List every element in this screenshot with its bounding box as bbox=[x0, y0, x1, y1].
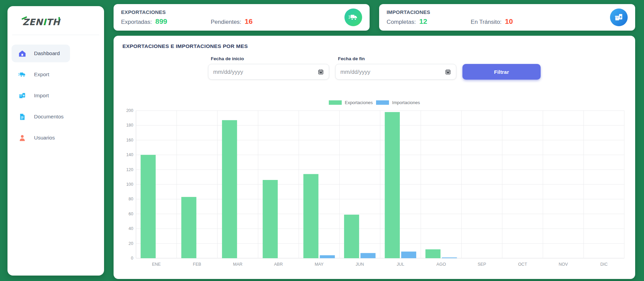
start-date-field: Fecha de inicio mm/dd/yyyy bbox=[208, 56, 329, 80]
user-icon bbox=[18, 134, 26, 142]
end-date-label: Fecha de fin bbox=[338, 56, 456, 61]
svg-text:JUL: JUL bbox=[397, 262, 404, 267]
stat-value: 899 bbox=[155, 17, 167, 26]
svg-text:MAR: MAR bbox=[233, 262, 242, 267]
svg-text:180: 180 bbox=[126, 123, 133, 128]
card-title: EXPORTACIONES bbox=[121, 9, 344, 15]
svg-text:60: 60 bbox=[129, 212, 133, 216]
sidebar: ZENITH Dashboard Export Import bbox=[7, 6, 104, 276]
logo-letter: Z bbox=[22, 17, 29, 27]
stat-value: 10 bbox=[505, 17, 513, 26]
document-icon bbox=[18, 113, 26, 121]
svg-text:200: 200 bbox=[126, 108, 133, 113]
panel-title: EXPORTACIONES E IMPORTACIONES POR MES bbox=[122, 43, 626, 49]
importaciones-card: IMPORTACIONES Completas: 12 En Tránsito:… bbox=[379, 4, 635, 31]
import-box-icon bbox=[610, 9, 628, 26]
sidebar-item-usuarios[interactable]: Usuarios bbox=[12, 129, 70, 147]
calendar-icon[interactable] bbox=[445, 69, 451, 75]
logo-letter: H bbox=[52, 17, 60, 27]
main-content: EXPORTACIONES Exportadas: 899 Pendientes… bbox=[114, 4, 635, 279]
start-date-label: Fecha de inicio bbox=[211, 56, 329, 61]
stat-cards-row: EXPORTACIONES Exportadas: 899 Pendientes… bbox=[114, 4, 635, 31]
svg-text:120: 120 bbox=[126, 167, 133, 172]
logo: ZENITH bbox=[7, 6, 104, 35]
truck-icon bbox=[18, 71, 26, 79]
svg-text:MAY: MAY bbox=[315, 262, 324, 267]
stat-value: 16 bbox=[245, 17, 253, 26]
date-placeholder: mm/dd/yyyy bbox=[213, 69, 318, 75]
svg-text:DIC: DIC bbox=[600, 262, 608, 267]
end-date-input[interactable]: mm/dd/yyyy bbox=[335, 64, 456, 80]
sidebar-item-label: Dashboard bbox=[34, 50, 60, 56]
svg-text:140: 140 bbox=[126, 152, 133, 157]
sidebar-item-label: Export bbox=[34, 71, 49, 78]
sidebar-item-dashboard[interactable]: Dashboard bbox=[12, 45, 70, 62]
import-box-icon bbox=[18, 92, 26, 100]
svg-text:80: 80 bbox=[129, 197, 133, 201]
filtrar-button[interactable]: Filtrar bbox=[462, 64, 541, 80]
card-title: IMPORTACIONES bbox=[387, 9, 610, 15]
logo-letter: EN bbox=[29, 17, 43, 27]
svg-text:100: 100 bbox=[126, 182, 133, 187]
app-root: ZENITH Dashboard Export Import bbox=[0, 0, 644, 279]
svg-text:OCT: OCT bbox=[518, 262, 527, 267]
calendar-icon[interactable] bbox=[318, 69, 324, 75]
legend-swatch bbox=[376, 100, 389, 105]
legend-item[interactable]: Exportaciones bbox=[329, 100, 373, 105]
end-date-field: Fecha de fin mm/dd/yyyy bbox=[335, 56, 456, 80]
stat-value: 12 bbox=[419, 17, 427, 26]
truck-fast-icon bbox=[344, 9, 362, 26]
bar-chart: 020406080100120140160180200ENEFEBMARABRM… bbox=[122, 108, 626, 268]
chart-panel: EXPORTACIONES E IMPORTACIONES POR MES Fe… bbox=[114, 36, 635, 279]
legend-label: Importaciones bbox=[392, 100, 420, 105]
date-placeholder: mm/dd/yyyy bbox=[340, 69, 445, 75]
stat-completas: Completas: 12 bbox=[387, 17, 427, 26]
sidebar-nav: Dashboard Export Import Documentos bbox=[7, 35, 104, 147]
sidebar-item-label: Import bbox=[34, 93, 49, 99]
svg-text:40: 40 bbox=[129, 226, 133, 231]
svg-text:SEP: SEP bbox=[478, 262, 486, 267]
svg-text:JUN: JUN bbox=[356, 262, 364, 267]
svg-text:FEB: FEB bbox=[193, 262, 201, 267]
svg-text:ABR: ABR bbox=[274, 262, 283, 267]
start-date-input[interactable]: mm/dd/yyyy bbox=[208, 64, 329, 80]
stat-pendientes: Pendientes: 16 bbox=[211, 17, 253, 26]
home-icon bbox=[18, 50, 26, 57]
logo-letter: T bbox=[46, 17, 52, 27]
sidebar-item-label: Documentos bbox=[34, 114, 64, 120]
legend-label: Exportaciones bbox=[345, 100, 373, 105]
legend-swatch bbox=[329, 100, 342, 105]
svg-text:ENE: ENE bbox=[152, 262, 161, 267]
sidebar-item-label: Usuarios bbox=[34, 135, 55, 141]
exportaciones-card: EXPORTACIONES Exportadas: 899 Pendientes… bbox=[114, 4, 370, 31]
logo-letter: I bbox=[43, 17, 46, 27]
legend-item[interactable]: Importaciones bbox=[376, 100, 420, 105]
stat-en-transito: En Tránsito: 10 bbox=[471, 17, 513, 26]
chart-legend: ExportacionesImportaciones bbox=[122, 100, 626, 105]
sidebar-item-documentos[interactable]: Documentos bbox=[12, 108, 70, 126]
filters-row: Fecha de inicio mm/dd/yyyy Fecha de fin … bbox=[122, 56, 626, 80]
stat-exportadas: Exportadas: 899 bbox=[121, 17, 167, 26]
sidebar-item-export[interactable]: Export bbox=[12, 66, 70, 83]
sidebar-item-import[interactable]: Import bbox=[12, 87, 70, 104]
svg-text:AGO: AGO bbox=[437, 262, 446, 267]
svg-text:160: 160 bbox=[126, 138, 133, 143]
svg-text:0: 0 bbox=[131, 256, 133, 261]
svg-text:20: 20 bbox=[129, 241, 133, 246]
svg-text:NOV: NOV bbox=[559, 262, 568, 267]
